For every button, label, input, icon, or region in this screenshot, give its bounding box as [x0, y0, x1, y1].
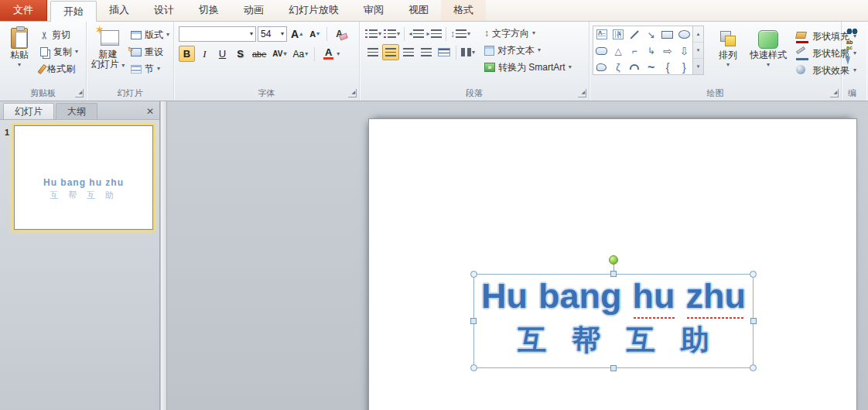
copy-dropdown-icon[interactable]: ▾	[75, 49, 78, 55]
resize-handle-bottom-left[interactable]	[470, 364, 477, 371]
resize-handle-right[interactable]	[750, 318, 757, 324]
bullets-dropdown-icon[interactable]: ▾	[378, 31, 381, 37]
text-direction-button[interactable]: ↕ 文字方向 ▾	[481, 26, 575, 41]
resize-handle-top-left[interactable]	[470, 271, 477, 278]
shape-left-brace-icon[interactable]: {	[659, 59, 675, 75]
new-slide-dropdown-icon[interactable]: ▾	[121, 62, 125, 69]
tab-file[interactable]: 文件	[0, 0, 47, 21]
selected-text-box[interactable]: Hubanghuzhu 互 帮 互 助	[473, 274, 754, 368]
resize-handle-top-right[interactable]	[750, 271, 757, 278]
shape-line-icon[interactable]	[627, 26, 643, 43]
format-painter-button[interactable]: 格式刷	[36, 60, 82, 77]
drawing-dialog-launcher[interactable]: ◢	[830, 89, 839, 97]
shape-rounded-rectangle-icon[interactable]	[593, 43, 610, 59]
shape-right-arrow-icon[interactable]: ⇨	[659, 43, 675, 59]
section-button[interactable]: 节 ▾	[127, 60, 173, 77]
paste-button[interactable]: 粘贴 ▾	[2, 23, 36, 84]
bold-button[interactable]: B	[179, 46, 195, 62]
change-case-button[interactable]: Aa ▾	[291, 46, 311, 62]
pane-splitter[interactable]	[161, 101, 167, 410]
font-name-combo[interactable]: ▾	[179, 26, 256, 42]
copy-button[interactable]: 复制 ▾	[36, 43, 82, 60]
numbering-button[interactable]: ▾	[383, 26, 401, 42]
font-size-combo[interactable]: 54 ▾	[258, 26, 287, 42]
slide-title-line2[interactable]: 互 帮 互 助	[474, 321, 753, 360]
shape-down-arrow-icon[interactable]: ⇩	[676, 43, 692, 59]
tab-review[interactable]: 审阅	[351, 0, 396, 21]
slide-editing-area[interactable]: Hubanghuzhu 互 帮 互 助	[369, 119, 856, 410]
font-color-dropdown-icon[interactable]: ▾	[337, 51, 340, 57]
rotation-handle[interactable]	[609, 255, 618, 265]
numbering-dropdown-icon[interactable]: ▾	[397, 31, 400, 37]
align-left-button[interactable]	[364, 44, 381, 60]
line-spacing-dropdown-icon[interactable]: ▾	[467, 31, 470, 37]
slide-1-thumbnail[interactable]: Hu bang hu zhu 互 帮 互 助	[14, 125, 153, 230]
convert-smartart-button[interactable]: » 转换为 SmartArt ▾	[481, 60, 575, 75]
shrink-font-button[interactable]: A ▾	[306, 26, 323, 42]
shape-right-brace-icon[interactable]: }	[676, 59, 692, 75]
columns-dropdown-icon[interactable]: ▾	[472, 50, 475, 56]
outline-tab[interactable]: 大纲	[56, 103, 97, 119]
shape-freeform-icon[interactable]	[593, 59, 610, 75]
font-color-button[interactable]: A ▾	[319, 46, 342, 62]
tab-slideshow[interactable]: 幻灯片放映	[276, 0, 351, 21]
shape-elbow-arrow-connector-icon[interactable]: ↳	[643, 43, 659, 59]
font-dialog-launcher[interactable]: ◢	[348, 89, 357, 97]
close-pane-button[interactable]: ✕	[146, 107, 154, 116]
quick-styles-button[interactable]: 快速样式 ▾	[746, 26, 791, 86]
shape-triangle-icon[interactable]: △	[610, 43, 626, 59]
resize-handle-bottom-right[interactable]	[750, 364, 757, 371]
gallery-scroll-down-button[interactable]: ▾	[693, 43, 703, 59]
tab-view[interactable]: 视图	[396, 0, 441, 21]
columns-button[interactable]: ▾	[460, 44, 477, 60]
underline-button[interactable]: U	[214, 46, 231, 62]
distributed-button[interactable]	[436, 44, 453, 60]
resize-handle-left[interactable]	[470, 318, 477, 324]
line-spacing-button[interactable]: ↕ ▾	[449, 26, 471, 42]
shape-arrow-icon[interactable]: ↘	[643, 26, 659, 43]
cut-button[interactable]: ✂ 剪切	[36, 26, 82, 43]
shape-elbow-connector-icon[interactable]: ⌐	[627, 43, 643, 59]
tab-transitions[interactable]: 切换	[186, 0, 231, 21]
increase-indent-button[interactable]: ▸	[425, 26, 443, 42]
gallery-scroll-up-button[interactable]: ▴	[693, 26, 703, 43]
align-text-button[interactable]: 对齐文本 ▾	[481, 43, 575, 58]
font-size-dropdown-icon[interactable]: ▾	[281, 31, 284, 37]
shape-rectangle-icon[interactable]	[659, 26, 675, 43]
new-slide-button[interactable]: 新建 幻灯片 ▾	[89, 23, 127, 84]
text-shadow-button[interactable]: S	[232, 46, 248, 62]
shape-oval-icon[interactable]	[676, 26, 692, 43]
slide-title-line1[interactable]: Hubanghuzhu	[474, 276, 753, 316]
clear-formatting-button[interactable]: A	[331, 26, 347, 42]
strikethrough-button[interactable]: abe	[250, 46, 268, 62]
justify-button[interactable]	[418, 44, 435, 60]
gallery-more-button[interactable]: ▾	[693, 59, 703, 74]
grow-font-button[interactable]: A ▴	[289, 26, 305, 42]
find-button[interactable]	[846, 28, 858, 35]
tab-design[interactable]: 设计	[142, 0, 186, 21]
select-button[interactable]	[846, 55, 858, 64]
bullets-button[interactable]: ▾	[364, 26, 382, 42]
shape-textbox-horizontal-icon[interactable]	[593, 26, 610, 43]
align-center-button[interactable]	[382, 44, 399, 60]
shape-scribble-icon[interactable]: ζ	[610, 59, 626, 75]
shape-textbox-vertical-icon[interactable]	[610, 26, 626, 43]
slides-tab[interactable]: 幻灯片	[3, 103, 54, 119]
resize-handle-bottom[interactable]	[610, 365, 617, 371]
paste-dropdown-icon[interactable]: ▾	[18, 62, 21, 68]
italic-button[interactable]: I	[196, 46, 213, 62]
decrease-indent-button[interactable]: ◂	[408, 26, 425, 42]
paragraph-dialog-launcher[interactable]: ◢	[578, 89, 586, 97]
replace-button[interactable]: ab ac	[846, 39, 858, 50]
resize-handle-top[interactable]	[610, 271, 617, 277]
clipboard-dialog-launcher[interactable]: ◢	[75, 89, 84, 97]
shape-arc-icon[interactable]	[627, 59, 643, 75]
tab-home[interactable]: 开始	[50, 1, 97, 22]
character-spacing-button[interactable]: AV ▾	[270, 46, 289, 62]
tab-insert[interactable]: 插入	[97, 0, 142, 21]
align-right-button[interactable]	[400, 44, 417, 60]
reset-button[interactable]: 重设	[127, 43, 173, 60]
layout-button[interactable]: 版式 ▾	[127, 26, 173, 43]
arrange-button[interactable]: 排列 ▾	[710, 26, 746, 86]
font-name-dropdown-icon[interactable]: ▾	[250, 31, 253, 37]
